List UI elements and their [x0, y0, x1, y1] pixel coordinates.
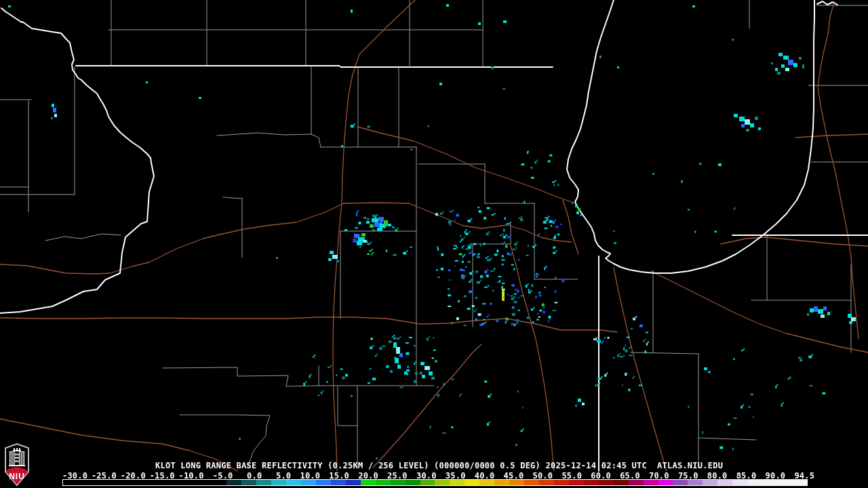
niu-logo-text: NIU: [9, 472, 25, 481]
colorbar-segment: [108, 480, 123, 485]
colorbar-segment: [644, 480, 658, 485]
colorbar-segment: [256, 480, 271, 485]
radar-map-canvas: [0, 0, 868, 488]
colorbar-segment: [465, 480, 479, 485]
colorbar-segment: [226, 480, 241, 485]
colorbar-segment: [78, 480, 93, 485]
colorbar-segment: [629, 480, 644, 485]
colorbar-segment: [747, 480, 762, 485]
colorbar-segment: [479, 480, 494, 485]
colorbar-segment: [212, 480, 226, 485]
colorbar-segment: [361, 480, 376, 485]
colorbar-segment: [762, 480, 777, 485]
niu-logo: NIU: [3, 443, 31, 487]
colorbar-segment: [673, 480, 688, 485]
colorbar-segment: [599, 480, 614, 485]
colorbar-segment: [584, 480, 599, 485]
colorbar-segment: [420, 480, 435, 485]
colorbar-segment: [167, 480, 182, 485]
colorbar-scale-labels: -30.0-25.0-20.0-15.0-10.0 -5.0 0.0 5.0 1…: [0, 471, 868, 479]
colorbar-segment: [316, 480, 331, 485]
colorbar-segment: [376, 480, 391, 485]
colorbar-segment: [539, 480, 554, 485]
reflectivity-colorbar: [62, 479, 808, 486]
colorbar-segment: [197, 480, 212, 485]
colorbar-segment: [301, 480, 316, 485]
colorbar-segment: [241, 480, 256, 485]
colorbar-segment: [435, 480, 450, 485]
colorbar-segment: [732, 480, 747, 485]
colorbar-segment: [391, 480, 406, 485]
colorbar-segment: [346, 480, 361, 485]
colorbar-segment: [271, 480, 286, 485]
colorbar-segment: [93, 480, 108, 485]
colorbar-segment: [614, 480, 629, 485]
colorbar-segment: [792, 480, 807, 485]
colorbar-segment: [494, 480, 509, 485]
colorbar-segment: [331, 480, 346, 485]
colorbar-segment: [138, 480, 153, 485]
colorbar-segment: [554, 480, 569, 485]
colorbar-segment: [569, 480, 584, 485]
colorbar-segment: [777, 480, 792, 485]
colorbar-segment: [703, 480, 717, 485]
colorbar-segment: [182, 480, 197, 485]
colorbar-segment: [658, 480, 673, 485]
colorbar-segment: [524, 480, 539, 485]
radar-screen: KLOT LONG RANGE BASE REFLECTIVITY (0.25K…: [0, 0, 868, 488]
colorbar-segment: [406, 480, 420, 485]
colorbar-segment: [450, 480, 465, 485]
colorbar-segment: [153, 480, 167, 485]
colorbar-segment: [63, 480, 78, 485]
colorbar-segment: [688, 480, 703, 485]
product-title: KLOT LONG RANGE BASE REFLECTIVITY (0.25K…: [155, 461, 723, 470]
colorbar-segment: [717, 480, 732, 485]
colorbar-segment: [286, 480, 301, 485]
colorbar-segment: [123, 480, 138, 485]
colorbar-segment: [509, 480, 524, 485]
